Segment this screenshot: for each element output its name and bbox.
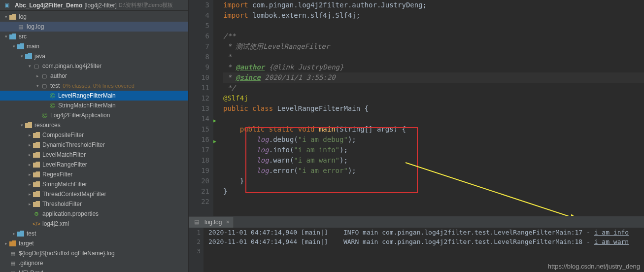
code-line[interactable]: * 测试使用LevelRangeFilter [223, 41, 644, 52]
code-line[interactable]: import com.pingan.log4j2filter.author.Ju… [223, 0, 644, 10]
line-number[interactable]: 12 [189, 93, 209, 103]
close-icon[interactable]: ✕ [226, 219, 230, 225]
chevron-right-icon[interactable]: ▸ [34, 73, 40, 78]
breadcrumb-path: D:\资料整理\demo模板 [119, 1, 173, 9]
line-number[interactable]: 4 [189, 10, 209, 21]
tree-row[interactable]: ▸▤log.log [0, 22, 188, 32]
line-number[interactable]: 13 [189, 103, 209, 114]
tree-row[interactable]: ▸ⒸStringMatchFilterMain [0, 101, 188, 110]
tree-row[interactable]: ▾▢com.pingan.log4j2filter [0, 61, 188, 71]
tree-row[interactable]: ▸test [0, 229, 188, 238]
chevron-down-icon[interactable]: ▾ [3, 34, 9, 39]
line-number[interactable]: 8 [189, 52, 209, 62]
tree-row[interactable]: ▾src [0, 32, 188, 41]
chevron-down-icon[interactable]: ▾ [3, 14, 9, 19]
tree-row[interactable]: ▾main [0, 41, 188, 51]
chevron-down-icon[interactable]: ▾ [11, 44, 17, 49]
editor-code[interactable]: import com.pingan.log4j2filter.author.Ju… [213, 0, 644, 216]
prop-icon: ⚙ [33, 210, 40, 218]
code-editor[interactable]: 34567891011121314▶1516▶171819202122 impo… [189, 0, 644, 216]
code-line[interactable]: public class LevelRangeFilterMain { [223, 103, 644, 114]
tree-row[interactable]: ▸ThreadContextMapFilter [0, 189, 188, 199]
code-line[interactable]: @Slf4j [223, 93, 644, 103]
line-number[interactable]: 16▶ [189, 135, 209, 145]
chevron-right-icon[interactable]: ▸ [27, 182, 33, 187]
line-number[interactable]: 7 [189, 41, 209, 52]
chevron-down-icon[interactable]: ▾ [19, 54, 25, 59]
line-number[interactable]: 6 [189, 31, 209, 41]
chevron-right-icon[interactable]: ▸ [27, 172, 33, 177]
line-number[interactable]: 3 [189, 0, 209, 10]
tree-row[interactable]: ▸target [0, 238, 188, 248]
tree-row[interactable]: ▸DynamicThresholdFilter [0, 140, 188, 150]
tree-row[interactable]: ▸RegexFilter [0, 170, 188, 179]
watermark: https://blog.csdn.net/justry_deng [548, 263, 640, 270]
line-number[interactable]: 17 [189, 145, 209, 155]
tree-row[interactable]: ▸▢author [0, 71, 188, 81]
tree-row[interactable]: ▸▤HELP.md [0, 268, 188, 272]
chevron-down-icon[interactable]: ▾ [34, 83, 40, 88]
line-number[interactable]: 11 [189, 83, 209, 93]
tree-label: Log4j2FilterApplication [50, 112, 110, 119]
code-line[interactable]: import lombok.extern.slf4j.Slf4j; [223, 10, 644, 21]
tree-row[interactable]: ▾▢test0% classes, 0% lines covered [0, 81, 188, 91]
chevron-right-icon[interactable]: ▸ [27, 142, 33, 147]
line-number[interactable]: 21 [189, 186, 209, 197]
tree-row[interactable]: ▸ThresholdFilter [0, 199, 188, 209]
chevron-down-icon[interactable]: ▾ [19, 123, 25, 128]
chevron-right-icon[interactable]: ▸ [27, 192, 33, 197]
tree-row[interactable]: ▸ⒸLog4j2FilterApplication [0, 110, 188, 120]
chevron-right-icon[interactable]: ▸ [27, 162, 33, 167]
tree-row[interactable]: ▸▤.gitignore [0, 258, 188, 268]
code-line[interactable]: } [223, 186, 644, 197]
tree-row[interactable]: ▸ⒸLevelRangeFilterMain [0, 91, 188, 101]
console-line-number: 2 [189, 237, 201, 246]
code-line[interactable]: log.warn("i am warn"); [223, 155, 644, 166]
tree-row[interactable]: ▾java [0, 51, 188, 61]
chevron-right-icon[interactable]: ▸ [27, 133, 33, 137]
code-line[interactable]: log.debug("i am debug"); [223, 135, 644, 145]
code-line[interactable] [223, 21, 644, 31]
tree-row[interactable]: ▸▤${logDir}${noSuffixLogFileName}.log [0, 248, 188, 258]
chevron-right-icon[interactable]: ▸ [3, 241, 9, 246]
code-line[interactable] [223, 114, 644, 124]
tree-row[interactable]: ▾resources [0, 120, 188, 130]
chevron-right-icon[interactable]: ▸ [27, 152, 33, 157]
tree-row[interactable]: ▸CompositeFilter [0, 130, 188, 140]
code-line[interactable] [223, 197, 644, 207]
line-number[interactable]: 5 [189, 21, 209, 31]
code-line[interactable]: /** [223, 31, 644, 41]
breadcrumb-project: Abc_Log4j2Filter_Demo [15, 2, 82, 9]
project-sidebar: ▣ Abc_Log4j2Filter_Demo [log4j2-filter] … [0, 0, 189, 272]
code-line[interactable]: * @author {@link JustryDeng} [223, 62, 644, 72]
code-line[interactable]: * [223, 52, 644, 62]
folder-icon [25, 121, 33, 129]
editor-gutter[interactable]: 34567891011121314▶1516▶171819202122 [189, 0, 213, 216]
line-number[interactable]: 15 [189, 124, 209, 135]
code-line[interactable]: * @since 2020/11/1 3:55:20 [223, 72, 644, 83]
code-line[interactable]: public static void main(String[] args) { [223, 124, 644, 135]
line-number[interactable]: 20 [189, 176, 209, 186]
line-number[interactable]: 9 [189, 62, 209, 72]
project-tree[interactable]: ▾log▸▤log.log▾src▾main▾java▾▢com.pingan.… [0, 11, 188, 272]
code-line[interactable]: log.info("i am info"); [223, 145, 644, 155]
console-gutter: 123 [189, 228, 203, 272]
chevron-down-icon[interactable]: ▾ [27, 64, 33, 68]
tree-row[interactable]: ▸LevelMatchFilter [0, 150, 188, 160]
line-number[interactable]: 22 [189, 197, 209, 207]
console-tab-log[interactable]: ▤ log.log ✕ [189, 217, 234, 228]
line-number[interactable]: 18 [189, 155, 209, 166]
tree-row[interactable]: ▸⚙application.properties [0, 209, 188, 219]
chevron-right-icon[interactable]: ▸ [11, 231, 17, 236]
tree-row[interactable]: ▸</>log4j2.xml [0, 219, 188, 229]
code-line[interactable]: */ [223, 83, 644, 93]
chevron-right-icon[interactable]: ▸ [27, 202, 33, 206]
tree-row[interactable]: ▾log [0, 12, 188, 22]
line-number[interactable]: 14▶ [189, 114, 209, 124]
code-line[interactable]: log.error("i am error"); [223, 166, 644, 176]
line-number[interactable]: 19 [189, 166, 209, 176]
line-number[interactable]: 10 [189, 72, 209, 83]
tree-row[interactable]: ▸LevelRangeFilter [0, 160, 188, 170]
tree-row[interactable]: ▸StringMatchFilter [0, 179, 188, 189]
code-line[interactable]: } [223, 176, 644, 186]
